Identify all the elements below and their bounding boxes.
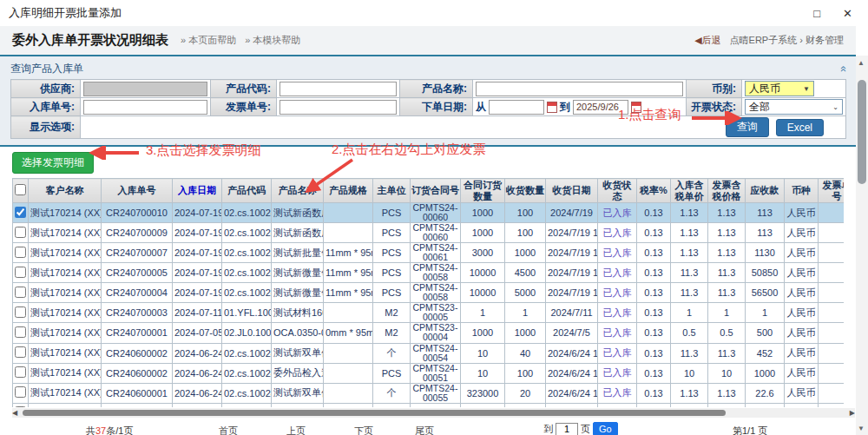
horizontal-scrollbar-thumb[interactable] [23,410,726,416]
last-page-link[interactable]: 尾页 [415,425,434,435]
cell-spec [324,343,373,363]
cell-unit: M2 [373,303,411,323]
col-header-product-name: 产品名称 [272,179,324,203]
row-checkbox[interactable] [15,267,26,278]
table-row: 测试170214 (XX)CR2406000022024-06-2402.cs.… [13,343,845,363]
received-status-link[interactable]: 已入库 [603,387,632,398]
cell-product-name: OCA.0350-00 [272,323,324,343]
scroll-up-icon[interactable]: ▲ [858,59,865,67]
cell-customer: 测试170214 (XX) [29,343,102,363]
chevron-down-icon: ▼ [803,85,810,93]
invoice-no-input[interactable] [279,100,397,115]
row-checkbox[interactable] [15,366,26,378]
cell-tax-rate: 0.13 [637,243,671,263]
cell-invoice-no [819,283,845,303]
date-to-input[interactable] [573,100,628,115]
received-status-link[interactable]: 已入库 [603,287,632,298]
cell-received-status: 已入库 [598,203,637,223]
received-status-link[interactable]: 已入库 [603,267,632,278]
cell-contract-no: CPMTS24-00061 [411,243,461,263]
calendar-icon[interactable] [547,102,557,113]
module-help-link[interactable]: » 本模块帮助 [245,34,300,47]
cell-received-qty: 1000 [505,243,546,263]
received-status-link[interactable]: 已入库 [603,347,632,358]
date-from-input[interactable] [489,100,544,115]
table-header-row: 客户名称入库单号入库日期产品代码产品名称产品规格主单位订货合同号合同订货数量收货… [13,179,845,203]
received-status-link[interactable]: 已入库 [603,208,632,218]
close-icon[interactable]: ✕ [843,8,852,19]
page-help-link[interactable]: » 本页面帮助 [181,34,236,47]
first-page-link[interactable]: 首页 [219,425,238,435]
received-status-link[interactable]: 已入库 [603,307,632,318]
cell-contract-no: CPMTS23-00004 [411,323,461,343]
received-status-link[interactable]: 已入库 [603,247,632,258]
vertical-scrollbar[interactable]: ▲ ▼ [856,56,868,435]
horizontal-scrollbar[interactable]: ◀ ▶ [12,408,855,418]
cell-spec [324,403,373,407]
cell-received-date: 2024/7/19 [546,203,598,223]
next-page-link[interactable]: 下页 [354,425,373,435]
cell-unit-price-tax: 1.13 [671,223,708,243]
cell-received-qty: 20 [505,383,546,403]
cell-contract-no: CPMTS24-00058 [411,263,461,283]
cell-receipt-date: 2024-07-19 [173,263,222,283]
scroll-left-icon[interactable]: ◀ [12,408,17,418]
received-status-link[interactable]: 已入库 [603,227,632,238]
row-checkbox[interactable] [15,207,26,218]
col-header-contract-no: 订货合同号 [411,179,461,203]
receipt-no-label: 入库单号: [11,98,81,116]
row-checkbox[interactable] [15,346,26,358]
window-title: 入库明细开票批量添加 [9,5,122,21]
cell-product-name: 委外入库在途 [272,403,324,407]
scroll-down-icon[interactable]: ▼ [858,425,865,432]
product-name-input[interactable] [476,82,683,96]
col-header-received-date: 收货日期 [546,179,598,203]
cell-contract-qty: 10 [461,363,505,383]
row-checkbox[interactable] [15,386,26,398]
cell-tax-rate: 0.13 [637,323,671,343]
received-status-link[interactable]: 已入库 [603,367,632,378]
page-number-input[interactable] [556,423,578,435]
cell-invoice-price-tax: 1.13 [708,383,746,403]
cell-receipt-date: 2024-06-24 [173,383,222,403]
col-header-receipt-date: 入库日期 [173,179,222,203]
breadcrumb[interactable]: 点晴ERP子系统 › 财务管理 [730,34,844,47]
search-button[interactable]: 查询 [726,117,769,137]
cell-receivable: 113 [746,203,785,223]
row-checkbox[interactable] [15,326,26,338]
invoice-status-select[interactable]: 全部 ⌄ [745,99,843,115]
cell-receipt-date: 2024-06-24 [173,363,222,383]
select-all-checkbox[interactable] [15,184,26,195]
cell-tax-rate: 0.13 [637,303,671,323]
cell-unit-price-tax: 1 [671,303,708,323]
row-checkbox-cell [13,203,29,223]
row-checkbox[interactable] [15,227,26,238]
go-button[interactable]: Go [593,422,618,435]
page-info: 第1/1 页 [733,425,767,435]
currency-select[interactable]: 人民币 ▼ [745,81,814,96]
cell-tax-rate: 0.13 [637,203,671,223]
cell-invoice-price-tax: 1 [708,303,746,323]
row-checkbox[interactable] [15,406,26,407]
row-checkbox[interactable] [15,287,26,298]
received-status-link[interactable]: 已入库 [603,327,632,338]
cell-invoice-price-tax: 1.13 [708,243,746,263]
product-code-input[interactable] [279,82,397,96]
cell-receivable: 22.6 [746,383,785,403]
prev-page-link[interactable]: 上页 [286,425,306,435]
cell-received-status: 已入库 [598,263,637,283]
row-checkbox[interactable] [15,306,26,318]
calendar-icon[interactable] [631,102,641,113]
excel-export-button[interactable]: Excel [776,119,824,136]
cell-unit: 个 [373,343,411,363]
collapse-panel-icon[interactable]: » [836,65,849,71]
scroll-right-icon[interactable]: ▶ [850,408,855,418]
row-checkbox[interactable] [15,247,26,258]
select-invoice-detail-button[interactable]: 选择发票明细 [12,152,94,174]
vertical-scrollbar-thumb[interactable] [858,80,866,184]
receipt-no-input[interactable] [83,100,207,115]
cell-receipt-no: CR240700003 [102,303,173,323]
maximize-icon[interactable]: □ [813,8,820,19]
back-button[interactable]: ◀后退 [694,34,720,47]
cell-received-qty: 100 [505,223,546,243]
